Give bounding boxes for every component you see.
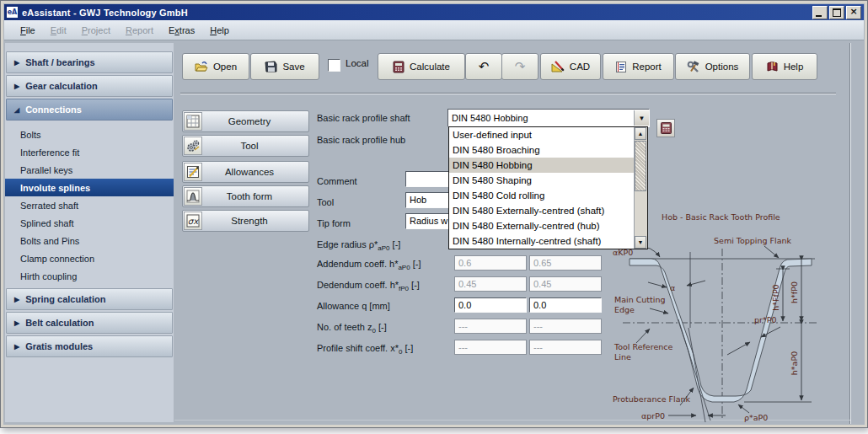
strength-button[interactable]: σx Strength: [182, 210, 309, 232]
dedendum-hub-field[interactable]: 0.45: [529, 276, 602, 292]
no-of-teeth-hub-field[interactable]: ---: [529, 319, 602, 334]
close-button[interactable]: ×: [846, 6, 861, 19]
app-window: eA eAssistant - GWJ Technology GmbH × Fi…: [0, 0, 868, 428]
menu-help[interactable]: Help: [202, 23, 237, 38]
open-folder-icon: [195, 61, 208, 72]
dropdown-option[interactable]: DIN 5480 Externally-centred (shaft): [449, 203, 635, 218]
protuberance-extension-line: [689, 328, 705, 422]
maximize-icon: [833, 8, 841, 17]
alpha-arrow-right: [687, 281, 705, 286]
dropdown-scrollbar[interactable]: ▲ ▼: [634, 127, 647, 249]
dropdown-option[interactable]: DIN 5480 Shaping: [449, 173, 635, 188]
minimize-icon: [816, 15, 822, 17]
sidebar-section-shaft-bearings[interactable]: ▶ Shaft / bearings: [6, 51, 173, 73]
tool-reference-line-label: Tool Reference: [613, 342, 672, 351]
semi-topping-arrow: [764, 246, 779, 258]
sidebar-item-hirth-coupling[interactable]: Hirth coupling: [5, 267, 174, 285]
cad-ruler-pencil-icon: [551, 61, 565, 73]
alpha-label: α: [670, 283, 675, 292]
tooth-form-icon: [184, 187, 202, 206]
semi-topping-flank-label: Semi Topping Flank: [714, 236, 792, 245]
report-button[interactable]: Report: [603, 53, 674, 80]
maximize-button[interactable]: [829, 6, 844, 19]
sidebar-section-connections[interactable]: ◢ Connections: [6, 99, 173, 121]
sidebar-item-splined-shaft[interactable]: Splined shaft: [5, 214, 174, 232]
chevron-right-icon: ▶: [14, 59, 19, 67]
help-button[interactable]: Help: [752, 53, 817, 80]
save-button[interactable]: Save: [250, 53, 319, 80]
local-checkbox-label: Local: [346, 58, 369, 68]
dropdown-arrow-button[interactable]: ▼: [634, 110, 649, 126]
redo-button[interactable]: ↷: [501, 53, 538, 80]
sidebar-item-interference-fit[interactable]: Interference fit: [5, 143, 174, 161]
profile-shift-hub-field[interactable]: ---: [529, 340, 602, 355]
sidebar-section-gratis-modules[interactable]: ▶ Gratis modules: [6, 335, 173, 357]
tooth-form-button[interactable]: Tooth form: [182, 185, 309, 207]
report-document-icon: [615, 61, 627, 73]
allowance-hub-input[interactable]: 0.0: [529, 297, 602, 313]
basic-rack-profile-shaft-select[interactable]: DIN 5480 Hobbing ▼: [447, 109, 650, 127]
sidebar-item-serrated-shaft[interactable]: Serrated shaft: [5, 196, 174, 214]
main-cutting-edge-arrow: [650, 308, 668, 313]
menu-file[interactable]: File: [13, 23, 43, 38]
geometry-button[interactable]: Geometry: [182, 110, 309, 132]
dropdown-option[interactable]: DIN 5480 Broaching: [449, 142, 635, 158]
undo-button[interactable]: ↶: [465, 53, 502, 80]
scroll-down-button[interactable]: ▼: [635, 236, 646, 249]
local-checkbox[interactable]: [328, 59, 340, 72]
addendum-hub-field[interactable]: 0.65: [529, 255, 602, 271]
scrollbar-thumb[interactable]: [635, 141, 646, 191]
basic-rack-profile-dropdown-list: User-defined input DIN 5480 Broaching DI…: [448, 126, 648, 249]
dropdown-option[interactable]: DIN 5480 Externally-centred (hub): [449, 218, 635, 233]
title-bar[interactable]: eA eAssistant - GWJ Technology GmbH ×: [4, 4, 864, 20]
profile-shift-shaft-field[interactable]: ---: [454, 340, 527, 355]
menu-report[interactable]: Report: [118, 23, 161, 38]
combo-value: DIN 5480 Hobbing: [448, 113, 634, 123]
sidebar-item-bolts-and-pins[interactable]: Bolts and Pins: [5, 232, 174, 249]
sidebar-section-spring-calculation[interactable]: ▶ Spring calculation: [6, 288, 173, 310]
minimize-button[interactable]: [812, 6, 828, 19]
alpha-arrow-left: [648, 282, 667, 287]
cad-button[interactable]: CAD: [540, 53, 601, 80]
options-button[interactable]: Options: [675, 53, 750, 80]
geometry-grid-icon: [184, 112, 202, 131]
sigma-x-icon: σx: [184, 212, 202, 230]
allowance-shaft-input[interactable]: 0.0: [454, 297, 527, 313]
dropdown-option[interactable]: DIN 5480 Internally-centred (shaft): [449, 233, 635, 249]
chevron-right-icon: ▶: [14, 296, 19, 303]
dedendum-shaft-field[interactable]: 0.45: [454, 276, 527, 292]
tool-button[interactable]: Tool: [182, 135, 309, 157]
dropdown-option[interactable]: User-defined input: [449, 127, 635, 142]
window-title: eAssistant - GWJ Technology GmbH: [22, 8, 188, 18]
dedendum-coeff-label: Dedendum coeff. h*fP0 [-]: [317, 278, 420, 292]
sidebar-item-involute-splines[interactable]: Involute splines: [5, 179, 174, 196]
dropdown-option-selected[interactable]: DIN 5480 Hobbing: [449, 158, 635, 173]
chevron-down-icon: ▼: [639, 115, 646, 122]
main-cutting-edge-label: Main Cutting: [614, 295, 666, 304]
sidebar-section-gear-calculation[interactable]: ▶ Gear calculation: [6, 75, 173, 97]
open-button[interactable]: Open: [182, 53, 249, 80]
help-book-icon: [766, 61, 779, 72]
dropdown-option[interactable]: DIN 5480 Cold rolling: [449, 188, 635, 203]
sidebar-section-belt-calculation[interactable]: ▶ Belt calculation: [6, 312, 173, 334]
chevron-down-icon: ◢: [14, 106, 19, 114]
sidebar-item-clamp-connection[interactable]: Clamp connection: [5, 249, 174, 267]
calculate-button[interactable]: Calculate: [378, 53, 465, 80]
no-of-teeth-shaft-field[interactable]: ---: [454, 319, 527, 334]
calculator-mini-button[interactable]: [656, 119, 675, 137]
addendum-shaft-field[interactable]: 0.6: [454, 255, 527, 271]
scroll-up-button[interactable]: ▲: [635, 127, 646, 140]
save-floppy-icon: [265, 61, 277, 72]
pr-p0-label: pr*P0: [754, 315, 776, 324]
protuberance-flank-label: Protuberance Flank: [613, 394, 690, 404]
sidebar-item-parallel-keys[interactable]: Parallel keys: [5, 161, 174, 179]
sidebar-item-bolts[interactable]: Bolts: [5, 126, 174, 143]
menu-edit[interactable]: Edit: [43, 23, 74, 38]
menu-project[interactable]: Project: [74, 23, 118, 38]
menu-extras[interactable]: Extras: [161, 23, 202, 38]
window-controls: ×: [812, 6, 864, 19]
rho-ap0-label: ρ*aP0: [744, 413, 768, 422]
arrow-up-icon: ▲: [638, 131, 644, 137]
tooth-profile-band: [630, 259, 812, 402]
allowances-button[interactable]: Allowances: [182, 161, 309, 183]
